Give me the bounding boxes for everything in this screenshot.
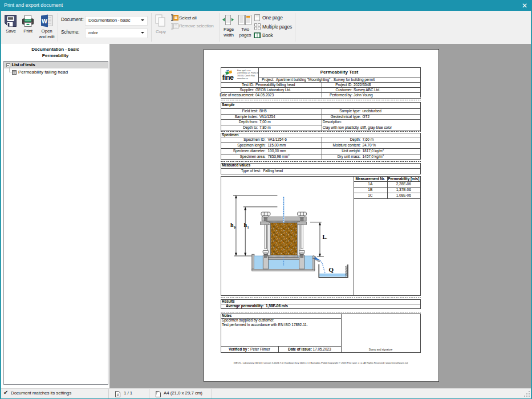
svg-text:W: W (42, 18, 47, 25)
svg-text:.: . (326, 235, 327, 240)
svg-text:Q: Q (329, 266, 334, 273)
svg-text:1: 1 (247, 226, 249, 229)
svg-text:0: 0 (234, 226, 235, 229)
svg-text:#: # (117, 392, 119, 396)
